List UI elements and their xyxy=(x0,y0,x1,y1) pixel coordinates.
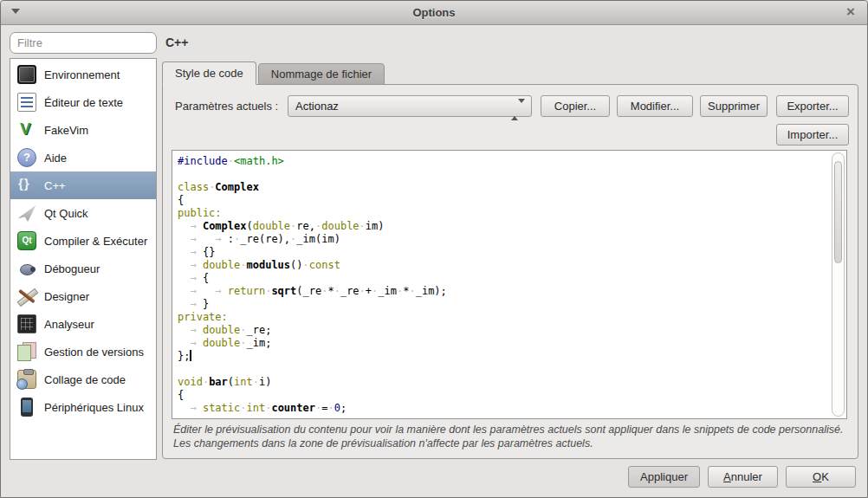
scrollbar-track[interactable] xyxy=(832,152,845,417)
code-line: → → return·sqrt(_re·*·_re·+·_im·*·_im); xyxy=(178,285,831,298)
sidebar-item-code-paster[interactable]: Collage de code xyxy=(10,365,156,393)
text-editor-icon xyxy=(17,93,36,112)
preview-note: Éditer le prévisualisation du contenu po… xyxy=(173,423,847,450)
filter-input[interactable] xyxy=(10,32,157,54)
import-button[interactable]: Importer... xyxy=(776,124,849,146)
sidebar-item-environment[interactable]: Environnement xyxy=(10,61,156,88)
code-line: → Complex(double·re,·double·im) xyxy=(178,220,831,233)
code-line: → double·_re; xyxy=(178,324,831,337)
code-line: { xyxy=(178,389,831,402)
page-title: C++ xyxy=(165,36,188,49)
remove-button[interactable]: Supprimer xyxy=(700,95,768,117)
sidebar-item-analyzer[interactable]: Analyseur xyxy=(10,310,156,338)
text-cursor xyxy=(190,350,191,361)
combobox-spin-icons[interactable] xyxy=(511,100,525,120)
code-line xyxy=(178,363,831,376)
code-line: void·bar(int·i) xyxy=(178,376,831,389)
code-line: { xyxy=(178,194,831,207)
code-line: public: xyxy=(178,207,831,220)
window-title: Options xyxy=(412,6,455,19)
sidebar-item-build-run[interactable]: Compiler & Exécuter xyxy=(10,227,156,255)
settings-combobox[interactable]: Actionaz xyxy=(288,95,532,117)
editor-scrollbar[interactable] xyxy=(831,152,845,417)
window-menu-icon[interactable] xyxy=(11,9,20,14)
code-line: → { xyxy=(178,272,831,285)
sidebar-item-help[interactable]: Aide xyxy=(10,144,156,171)
code-line: → → :·_re(re),·_im(im) xyxy=(178,233,831,246)
code-line: }; xyxy=(178,350,831,363)
ok-button[interactable]: OK xyxy=(786,466,856,488)
sidebar-item-fakevim[interactable]: FakeVim xyxy=(10,116,156,144)
sidebar-item-designer[interactable]: Designer xyxy=(10,282,156,310)
sidebar-item-qt-quick[interactable]: Qt Quick xyxy=(10,199,156,227)
export-button[interactable]: Exporter... xyxy=(776,95,849,117)
sidebar-item-label: Qt Quick xyxy=(44,207,88,220)
qt-quick-icon xyxy=(17,204,36,223)
sidebar-item-label: Périphériques Linux xyxy=(44,401,144,414)
code-line: → } xyxy=(178,298,831,311)
linux-devices-icon xyxy=(17,398,36,417)
code-line xyxy=(178,168,831,181)
code-line: class·Complex xyxy=(178,181,831,194)
designer-icon xyxy=(17,287,36,306)
sidebar-item-label: Designer xyxy=(44,290,89,303)
settings-combobox-value: Actionaz xyxy=(295,100,339,113)
sidebar-item-text-editor[interactable]: Éditeur de texte xyxy=(10,88,156,116)
sidebar-item-cpp[interactable]: C++ xyxy=(10,171,156,199)
current-settings-label: Paramètres actuels : xyxy=(175,100,278,113)
build-run-icon xyxy=(17,231,36,250)
code-paster-icon xyxy=(17,370,36,389)
sidebar-item-label: C++ xyxy=(44,179,66,192)
sidebar-item-label: Analyseur xyxy=(44,318,94,331)
sidebar-item-label: Débogueur xyxy=(44,262,100,275)
code-line: → double·_im; xyxy=(178,337,831,350)
code-preview-content: #include·<math.h>class·Complex{public: →… xyxy=(172,151,831,418)
sidebar-item-label: Collage de code xyxy=(44,373,126,386)
fakevim-icon xyxy=(17,120,36,139)
code-line: #include·<math.h> xyxy=(178,155,831,168)
help-icon xyxy=(17,148,36,167)
apply-button[interactable]: Appliquer xyxy=(628,466,700,488)
tab-bar: Style de code Nommage de fichier xyxy=(162,61,386,85)
sidebar-item-label: Gestion de versions xyxy=(44,346,144,359)
sidebar-item-linux-devices[interactable]: Périphériques Linux xyxy=(10,393,156,421)
copy-button[interactable]: Copier... xyxy=(541,95,610,117)
sidebar-item-label: Environnement xyxy=(44,68,120,81)
cancel-button[interactable]: Annuler xyxy=(708,466,778,488)
debugger-icon xyxy=(17,259,36,278)
analyzer-icon xyxy=(17,314,36,333)
code-preview-editor[interactable]: #include·<math.h>class·Complex{public: →… xyxy=(172,150,847,419)
code-line: → double·modulus()·const xyxy=(178,259,831,272)
sidebar-item-label: FakeVim xyxy=(44,124,88,137)
tab-file-naming[interactable]: Nommage de fichier xyxy=(258,63,385,85)
code-line: → static·int·counter·=·0; xyxy=(178,402,831,415)
code-line: → {} xyxy=(178,246,831,259)
tab-code-style[interactable]: Style de code xyxy=(162,61,256,85)
code-line: private: xyxy=(178,311,831,324)
code-style-pane: Paramètres actuels : Actionaz Copier... … xyxy=(162,84,858,459)
close-icon[interactable]: × xyxy=(846,3,855,21)
sidebar-item-version-control[interactable]: Gestion de versions xyxy=(10,338,156,365)
environment-icon xyxy=(17,65,36,84)
sidebar-item-label: Éditeur de texte xyxy=(44,96,123,109)
scrollbar-thumb[interactable] xyxy=(834,161,842,263)
options-category-list[interactable]: EnvironnementÉditeur de texteFakeVimAide… xyxy=(10,58,157,460)
cpp-icon xyxy=(17,176,36,195)
version-control-icon xyxy=(17,342,36,361)
title-bar[interactable]: Options × xyxy=(1,1,867,25)
sidebar-item-label: Compiler & Exécuter xyxy=(44,235,147,248)
edit-button[interactable]: Modifier... xyxy=(617,95,693,117)
sidebar-item-debugger[interactable]: Débogueur xyxy=(10,255,156,282)
sidebar-item-label: Aide xyxy=(44,152,67,165)
